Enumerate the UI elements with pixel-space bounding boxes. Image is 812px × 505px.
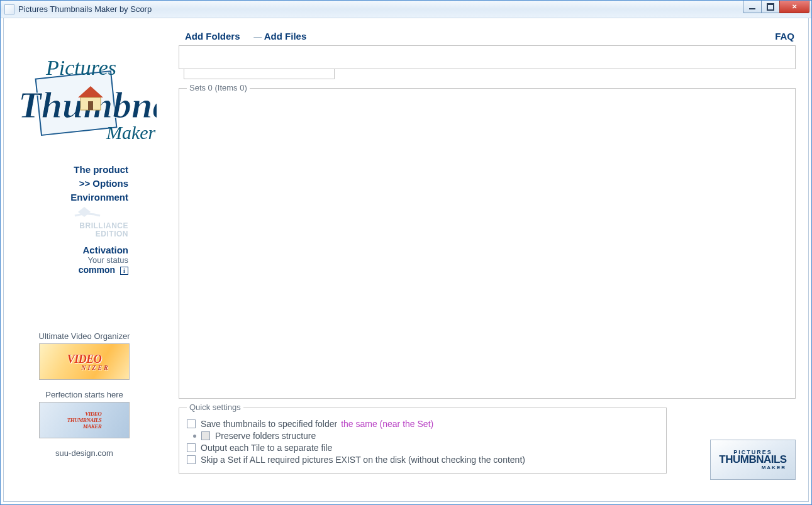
qs-save-hint[interactable]: the same (near the Set) [341,419,433,429]
corner-logo[interactable]: PICTURES THUMBNAILS MAKER [710,440,796,480]
maximize-button[interactable] [761,1,780,13]
qs-save-row: Save thumbnails to specified folder the … [187,419,659,429]
quick-legend: Quick settings [187,402,243,412]
status-value-text: common [79,265,115,275]
promo-uvo-badge: VIDEO [67,353,102,365]
app-icon [4,4,14,14]
brilliance-icon [9,202,160,219]
nav-options[interactable]: >> Options [9,177,160,191]
corner-l2: THUMBNAILS [719,453,786,466]
faq-link[interactable]: FAQ [775,31,794,42]
window-title: Pictures Thumbnails Maker by Scorp [18,4,152,14]
promo-perf-title: Perfection starts here [9,390,160,399]
main-area: Add Folders — Add Files FAQ Sets 0 (Item… [171,31,796,489]
window-controls [743,1,809,13]
status-value: common i [9,265,160,275]
titlebar[interactable]: Pictures Thumbnails Maker by Scorp [1,1,811,18]
info-icon[interactable]: i [120,267,128,275]
svg-text:Maker: Maker [106,122,156,143]
app-window: Pictures Thumbnails Maker by Scorp Pictu… [0,0,812,505]
svg-text:Pictures: Pictures [45,56,116,79]
path-box[interactable] [179,45,796,69]
brilliance-edition-1: BRILLIANCE [9,222,160,230]
qs-skip-label: Skip a Set if ALL required pictures EXIS… [201,455,525,465]
svg-rect-5 [88,101,93,110]
footer-link[interactable]: suu-design.com [9,448,160,458]
promo-vtm-image[interactable]: VIDEO THUMBNAILS MAKER [39,402,130,438]
qs-preserve-row: Preserve folders structure [187,431,659,441]
client-area: Pictures Thumbnails Maker The product >>… [3,18,809,502]
promo-uvo-badge2: NIZER [58,364,110,371]
qs-output-checkbox[interactable] [187,443,196,452]
sets-list[interactable]: Sets 0 (Items 0) [179,88,796,399]
qs-save-checkbox[interactable] [187,419,196,428]
add-folders-button[interactable]: Add Folders [185,31,240,42]
corner-l3: MAKER [762,465,786,470]
bullet-icon [193,435,196,438]
promo-vtm-l1: VIDEO [67,411,102,417]
qs-skip-row: Skip a Set if ALL required pictures EXIS… [187,455,659,465]
qs-output-label: Output each Tile to a separate file [201,443,332,453]
minimize-button[interactable] [743,1,762,13]
sets-legend: Sets 0 (Items 0) [187,83,250,92]
promo-uvo-image[interactable]: VIDEO NIZER [39,343,130,380]
sidebar: Pictures Thumbnails Maker The product >>… [9,31,160,495]
qs-preserve-label: Preserve folders structure [215,431,316,441]
nav-product[interactable]: The product [9,163,160,177]
topbar: Add Folders — Add Files FAQ [171,31,796,45]
promo-vtm-l3: MAKER [67,423,102,430]
nav-activation[interactable]: Activation [9,245,160,255]
qs-preserve-checkbox[interactable] [201,431,210,440]
qs-skip-checkbox[interactable] [187,455,196,464]
app-logo: Pictures Thumbnails Maker [12,50,157,150]
promo-block: Ultimate Video Organizer VIDEO NIZER Per… [9,331,160,458]
add-files-button[interactable]: Add Files [264,31,307,42]
promo-vtm-l2: THUMBNAILS [67,417,102,423]
status-label: Your status [9,255,160,265]
close-button[interactable] [779,1,809,13]
path-sub-box[interactable] [184,69,335,79]
qs-output-row: Output each Tile to a separate file [187,443,659,453]
nav: The product >> Options Environment [9,163,160,204]
brilliance-edition-2: EDITION [9,230,160,238]
promo-uvo-title: Ultimate Video Organizer [9,331,160,341]
quick-settings: Quick settings Save thumbnails to specif… [179,408,667,474]
qs-save-label: Save thumbnails to specified folder [201,419,337,429]
